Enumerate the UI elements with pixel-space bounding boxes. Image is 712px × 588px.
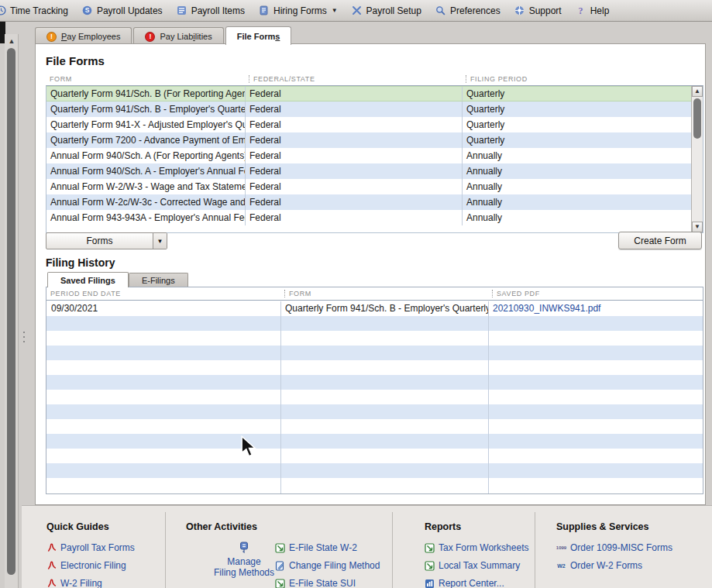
reports-title: Reports <box>425 521 461 532</box>
link-tax-form-worksheets[interactable]: Tax Form Worksheets <box>425 542 528 553</box>
empty-row <box>46 449 703 463</box>
footer-panel: Quick Guides Payroll Tax Forms Electroni… <box>22 505 712 588</box>
supplies-services-title: Supplies & Services <box>556 521 649 532</box>
table-row[interactable]: Quarterly Form 941/Sch. B - Employer's Q… <box>46 101 703 117</box>
scroll-up-arrow-icon[interactable]: ▲ <box>692 86 703 97</box>
toolbar-item-payroll-setup[interactable]: Payroll Setup <box>352 5 421 16</box>
tab-e-filings[interactable]: E-Filings <box>129 273 188 287</box>
link-order-w2-forms[interactable]: W2 Order W-2 Forms <box>556 560 642 571</box>
chevron-down-icon[interactable]: ▼ <box>153 233 167 249</box>
toolbar-label: Payroll Setup <box>366 5 421 16</box>
payroll-updates-icon: S <box>82 5 93 16</box>
scroll-up-arrow-icon[interactable]: ▲ <box>5 36 19 46</box>
table-row[interactable]: Annual Form 940/Sch. A (For Reporting Ag… <box>46 148 703 163</box>
scroll-down-arrow-icon[interactable]: ▼ <box>692 222 703 232</box>
file-forms-table: FORM FEDERAL/STATE FILING PERIOD Quarter… <box>46 72 703 233</box>
file-forms-panel: File Forms FORM FEDERAL/STATE FILING PER… <box>35 43 706 505</box>
forms-dropdown[interactable]: Forms ▼ <box>46 232 167 249</box>
table-header: FORM FEDERAL/STATE FILING PERIOD <box>46 72 703 85</box>
other-activities-title: Other Activities <box>186 521 257 532</box>
column-header-federal-state[interactable]: FEDERAL/STATE <box>245 72 462 85</box>
link-local-tax-summary[interactable]: Local Tax Summary <box>425 560 520 571</box>
help-icon: ? <box>576 5 586 16</box>
column-header-form[interactable]: FORM <box>280 287 488 300</box>
link-change-filing-method[interactable]: Change Filing Method <box>275 560 380 571</box>
tab-label: File Forms <box>237 32 280 41</box>
link-efile-state-w2[interactable]: E-File State W-2 <box>275 542 357 553</box>
table-row[interactable]: Quarterly Form 941/Sch. B (For Reporting… <box>46 86 703 101</box>
column-separator <box>466 75 466 83</box>
saved-pdf-link[interactable]: 20210930_INWKS941.pdf <box>493 303 600 314</box>
toolbar-item-help[interactable]: ? Help <box>576 5 610 16</box>
svg-text:?: ? <box>579 5 583 15</box>
column-separator <box>249 75 249 83</box>
table-row[interactable]: Quarterly Form 941-X - Adjusted Employer… <box>46 117 703 132</box>
tab-pay-employees[interactable]: ! Pay Employees <box>35 27 132 45</box>
scrollbar-thumb[interactable] <box>7 48 15 575</box>
column-header-form[interactable]: FORM <box>46 72 245 85</box>
column-header-saved-pdf[interactable]: SAVED PDF <box>488 287 703 300</box>
toolbar-item-payroll-items[interactable]: Payroll Items <box>177 5 245 16</box>
manage-filing-methods-icon <box>239 542 249 554</box>
empty-row <box>46 463 703 478</box>
create-form-button[interactable]: Create Form <box>618 232 702 249</box>
toolbar-label: Help <box>590 5 610 16</box>
svg-text:S: S <box>85 6 90 14</box>
table-row[interactable]: Quarterly Form 7200 - Advance Payment of… <box>46 132 703 148</box>
excel-icon <box>425 543 435 553</box>
table-header: PERIOD END DATE FORM SAVED PDF <box>46 287 703 301</box>
toolbar-label: Time Tracking <box>10 5 68 16</box>
support-icon <box>514 5 525 16</box>
quick-guides-title: Quick Guides <box>46 521 109 532</box>
tab-file-forms[interactable]: File Forms <box>225 26 292 45</box>
table-row[interactable]: Annual Form 940/Sch. A - Employer's Annu… <box>46 163 703 179</box>
toolbar-item-payroll-updates[interactable]: S Payroll Updates <box>82 5 163 16</box>
link-payroll-tax-forms[interactable]: Payroll Tax Forms <box>46 542 135 553</box>
link-electronic-filing[interactable]: Electronic Filing <box>46 560 126 571</box>
column-divider <box>488 301 489 493</box>
window-vertical-scrollbar[interactable]: ▲ <box>5 34 19 588</box>
column-header-filing-period[interactable]: FILING PERIOD <box>462 72 682 85</box>
column-separator <box>492 290 493 297</box>
toolbar-item-preferences[interactable]: Preferences <box>435 5 500 16</box>
table-row[interactable]: Annual Form 943-943A - Employer's Annual… <box>46 210 703 225</box>
tab-pay-liabilities[interactable]: ! Pay Liabilities <box>133 27 223 45</box>
splitter-grip[interactable] <box>23 332 26 346</box>
column-header-period-end-date[interactable]: PERIOD END DATE <box>46 287 280 300</box>
empty-row <box>46 390 703 404</box>
chevron-down-icon: ▼ <box>332 7 338 14</box>
payroll-items-icon <box>177 5 187 16</box>
toolbar-item-hiring-forms[interactable]: Hiring Forms ▼ <box>259 5 338 16</box>
link-w2-filing[interactable]: W-2 Filing <box>46 578 102 588</box>
preferences-icon <box>435 5 446 16</box>
red-alert-icon: ! <box>145 32 155 42</box>
app-window: Time Tracking S Payroll Updates Payroll … <box>0 0 712 588</box>
page-title: File Forms <box>46 54 105 67</box>
clock-icon <box>0 5 6 16</box>
hiring-forms-icon <box>259 5 270 16</box>
form-w2-icon: W2 <box>556 561 566 571</box>
link-order-1099-misc-forms[interactable]: 1099 Order 1099-MISC Forms <box>556 542 672 553</box>
toolbar-label: Payroll Updates <box>97 5 163 16</box>
toolbar-item-time-tracking[interactable]: Time Tracking <box>2 5 68 16</box>
table-vertical-scrollbar[interactable]: ▲ ▼ <box>691 86 703 232</box>
table-row[interactable]: Annual Form W-2/W-3 - Wage and Tax State… <box>46 179 703 194</box>
mouse-cursor <box>240 435 259 460</box>
link-efile-state-sui[interactable]: E-File State SUI <box>275 578 356 588</box>
table-row[interactable]: 09/30/2021 Quarterly Form 941/Sch. B - E… <box>46 301 703 316</box>
empty-row <box>46 375 703 390</box>
table-row[interactable]: Annual Form W-2c/W-3c - Corrected Wage a… <box>46 194 703 210</box>
toolbar-item-support[interactable]: Support <box>514 5 562 16</box>
tab-saved-filings[interactable]: Saved Filings <box>47 272 129 287</box>
toolbar-label: Preferences <box>450 5 500 16</box>
form-1099-icon: 1099 <box>556 543 566 553</box>
excel-icon <box>275 579 285 588</box>
empty-row <box>46 331 703 346</box>
orange-alert-icon: ! <box>46 32 57 42</box>
pdf-icon <box>46 579 57 588</box>
payroll-center-tabs: ! Pay Employees ! Pay Liabilities File F… <box>35 26 293 45</box>
link-report-center[interactable]: Report Center... <box>425 578 504 588</box>
scrollbar-thumb[interactable] <box>693 98 701 139</box>
toolbar-label: Hiring Forms <box>273 5 327 16</box>
toolbar-label: Support <box>529 5 562 16</box>
